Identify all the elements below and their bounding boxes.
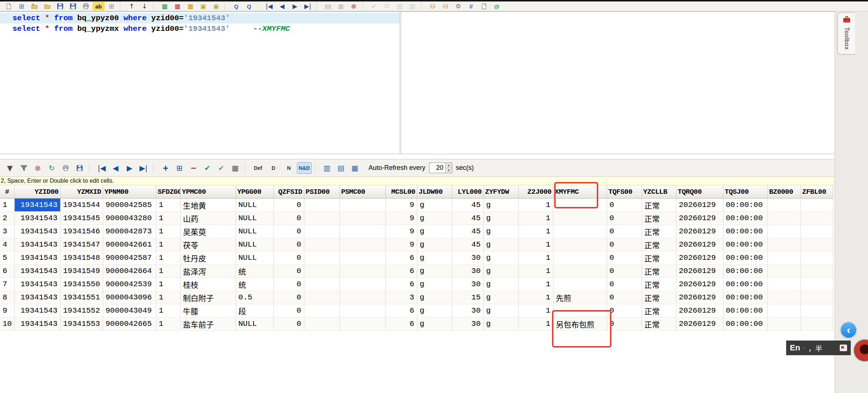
grid-cell[interactable]: 20260129	[676, 265, 723, 278]
grid-cell[interactable]: 0	[273, 225, 304, 238]
grid-cell[interactable]: g	[417, 265, 452, 278]
save-results-icon[interactable]	[73, 162, 86, 174]
save-all-icon[interactable]	[67, 2, 79, 11]
nav-last-icon[interactable]: ▶|	[302, 2, 314, 11]
record-last-icon[interactable]: ▶|	[137, 162, 150, 174]
row-number-cell[interactable]: 3	[0, 225, 14, 238]
assistant-collapse-button[interactable]: ‹	[841, 322, 856, 338]
grid-cell[interactable]	[767, 225, 800, 238]
grid-cell[interactable]	[304, 304, 339, 317]
grid-cell[interactable]: 19341544	[60, 199, 103, 212]
grid-cell[interactable]	[339, 291, 385, 304]
column-header-zfbl00[interactable]: ZFBL00	[800, 185, 833, 199]
grid-cell[interactable]: 9000042587	[103, 251, 156, 265]
grid-cell[interactable]	[767, 251, 800, 265]
row-number-cell[interactable]: 9	[0, 304, 14, 317]
spinner-up-button[interactable]: ▲	[446, 163, 452, 168]
grid-cell[interactable]: 0	[607, 317, 642, 331]
grid-cell[interactable]: g	[483, 199, 518, 212]
table-keys-icon[interactable]: ▦	[184, 2, 196, 11]
grid-cell[interactable]	[767, 265, 800, 278]
grid-cell[interactable]: 制白附子	[180, 291, 236, 304]
database-export-icon[interactable]: ⛁	[439, 2, 451, 11]
grid-cell[interactable]: 19341549	[60, 265, 103, 278]
grid-cell[interactable]: g	[483, 251, 518, 265]
nav-next-icon[interactable]: ▶	[289, 2, 301, 11]
sort-d-icon[interactable]: D	[266, 162, 281, 174]
grid-cell[interactable]: 20260129	[676, 278, 723, 291]
grid-cell[interactable]	[767, 212, 800, 225]
grid-cell[interactable]: 山药	[180, 212, 236, 225]
grid-cell[interactable]: 19341543	[14, 291, 60, 304]
grid-cell[interactable]: 0	[273, 317, 304, 331]
grid-cell[interactable]: 1	[518, 317, 553, 331]
grid-cell[interactable]: 正常	[642, 265, 676, 278]
row-number-cell[interactable]: 7	[0, 278, 14, 291]
grid-cell[interactable]: 0	[607, 238, 642, 251]
abort-icon[interactable]: ⊗	[348, 2, 360, 11]
grid-cell[interactable]: 6	[385, 251, 417, 265]
lock-icon[interactable]: ▣	[197, 2, 209, 11]
new-file-icon[interactable]	[3, 2, 15, 11]
sql-line[interactable]: select * from bq_ypyz00 where yzid00='19…	[0, 13, 400, 23]
grid-cell[interactable]: 19341546	[60, 225, 103, 238]
grid-cell[interactable]	[339, 265, 385, 278]
grid-cell[interactable]: 9000043096	[103, 291, 156, 304]
table-structure-icon[interactable]: ▦	[171, 2, 184, 11]
grid-cell[interactable]: 30	[452, 251, 483, 265]
grid-cell[interactable]: 20260129	[676, 317, 723, 331]
grid-cell[interactable]	[304, 238, 339, 251]
grid-cell[interactable]: 45	[452, 199, 483, 212]
grid-cell[interactable]: g	[417, 225, 452, 238]
grid-cell[interactable]: 牛膝	[180, 304, 236, 317]
grid-cell[interactable]: 正常	[642, 225, 676, 238]
settings-gear-icon[interactable]: ⚙	[452, 2, 464, 11]
fit-columns-icon[interactable]: ▦	[348, 162, 362, 174]
cancel-edit-icon[interactable]: ✔	[215, 162, 228, 174]
grid-cell[interactable]: 先煎	[553, 291, 607, 304]
grid-cell[interactable]: 1	[518, 278, 553, 291]
grid-cell[interactable]: 9	[385, 225, 417, 238]
table-data-icon[interactable]: ▦	[159, 2, 171, 11]
grid-cell[interactable]: 00:00:00	[723, 225, 767, 238]
grid-cell[interactable]: 1	[518, 225, 553, 238]
grid-cell[interactable]: 1	[518, 238, 553, 251]
grid-cell[interactable]: 30	[452, 317, 483, 331]
grid-cell[interactable]: 0	[273, 238, 304, 251]
grid-cell[interactable]: g	[417, 304, 452, 317]
grid-cell[interactable]	[800, 304, 833, 317]
grid-cell[interactable]: 9	[385, 199, 417, 212]
result-grid[interactable]: #YZID00YZMXIDYPNM00SFDZGGYPMC00YPGG00QZF…	[0, 185, 835, 332]
grid-cell[interactable]	[339, 212, 385, 225]
grid-cell[interactable]: 45	[452, 238, 483, 251]
grid-cell[interactable]: 0	[273, 265, 304, 278]
grid-cell[interactable]: 6	[385, 265, 417, 278]
grid-cell[interactable]	[339, 225, 385, 238]
column-header-yzid00[interactable]: YZID00	[14, 185, 60, 199]
script-icon[interactable]	[478, 2, 490, 11]
ime-punctuation-mode[interactable]: ，半	[808, 343, 822, 353]
grid-cell[interactable]: 吴茱萸	[180, 225, 236, 238]
append-record-icon[interactable]: ⊞	[173, 162, 186, 174]
grid-cell[interactable]: 30	[452, 265, 483, 278]
grid-cell[interactable]: 9000042664	[103, 265, 156, 278]
grid-cell[interactable]	[339, 317, 385, 331]
grid-cell[interactable]: NULL	[236, 199, 273, 212]
grid-cell[interactable]	[304, 199, 339, 212]
grid-cell[interactable]: 19341543	[14, 225, 60, 238]
grid-cell[interactable]: 3	[385, 291, 417, 304]
column-header-lyl000[interactable]: LYL000	[452, 185, 483, 199]
grid-cell[interactable]: g	[483, 225, 518, 238]
grid-cell[interactable]: 19341551	[60, 291, 103, 304]
column-header-jldw00[interactable]: JLDW00	[417, 185, 452, 199]
grid-cell[interactable]: g	[483, 212, 518, 225]
grid-cell[interactable]: 1	[156, 212, 180, 225]
grid-cell[interactable]: g	[417, 291, 452, 304]
grid-cell[interactable]	[304, 212, 339, 225]
move-up-icon[interactable]: ↑	[126, 2, 138, 11]
toolbox-tab[interactable]: Toolbox	[838, 12, 855, 54]
grid-cell[interactable]: 9000043049	[103, 304, 156, 317]
grid-cell[interactable]: 盐泽泻	[180, 265, 236, 278]
delete-record-icon[interactable]: −	[187, 162, 200, 174]
grid-cell[interactable]: NULL	[236, 212, 273, 225]
